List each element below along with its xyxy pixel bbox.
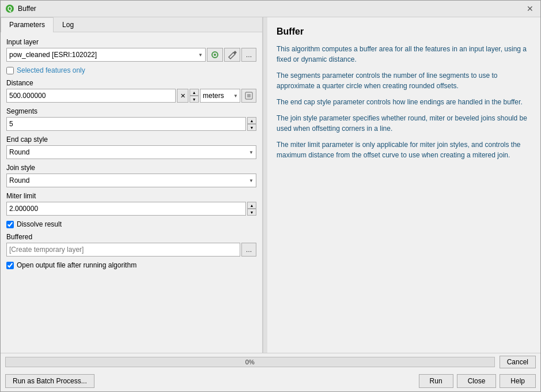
help-para2: The segments parameter controls the numb… (277, 70, 531, 91)
window-title: Buffer (18, 5, 36, 13)
buffered-options-button[interactable]: … (241, 243, 256, 257)
progress-row: 0% Cancel (1, 353, 540, 371)
segments-group: Segments ▲ ▼ (6, 107, 256, 131)
dissolve-row: Dissolve result (6, 220, 256, 228)
end-cap-group: End cap style Round Flat Square (6, 135, 256, 159)
action-row: Run as Batch Process... Run Close Help (1, 371, 540, 391)
selected-features-label: Selected features only (17, 66, 85, 74)
miter-limit-row: ▲ ▼ (6, 202, 256, 216)
app-icon: Q (5, 4, 14, 13)
segments-spinners: ▲ ▼ (247, 117, 256, 131)
run-button[interactable]: Run (419, 374, 453, 388)
segments-input[interactable] (6, 117, 246, 131)
help-para5: The miter limit parameter is only applic… (277, 140, 531, 160)
distance-options-button[interactable] (241, 89, 256, 103)
end-cap-label: End cap style (6, 135, 256, 144)
buffered-row: … (6, 243, 256, 257)
edit-layer-button[interactable] (224, 48, 240, 62)
tab-log[interactable]: Log (54, 17, 82, 32)
parameters-panel: Input layer pow_cleaned [ESRI:102022] (1, 32, 262, 353)
end-cap-select[interactable]: Round Flat Square (6, 145, 256, 159)
progress-label: 0% (6, 357, 494, 367)
buffered-label: Buffered (6, 233, 256, 241)
svg-point-3 (214, 54, 216, 56)
selected-features-checkbox[interactable] (6, 67, 14, 74)
help-title: Buffer (277, 27, 531, 37)
open-output-label: Open output file after running algorithm (17, 261, 137, 269)
distance-row: 500.000000 ✕ ▲ ▼ meters kilometers feet … (6, 89, 256, 103)
dissolve-label: Dissolve result (17, 220, 62, 228)
distance-spinners: ▲ ▼ (190, 89, 199, 103)
close-button-footer[interactable]: Close (457, 374, 497, 388)
selected-features-row: Selected features only (6, 66, 256, 74)
miter-limit-spinners: ▲ ▼ (247, 202, 256, 216)
select-layer-button[interactable] (207, 48, 223, 62)
action-buttons: Run Close Help (419, 374, 536, 388)
help-para3: The end cap style parameter controls how… (277, 97, 531, 107)
help-para1: This algorithm computes a buffer area fo… (277, 44, 531, 65)
input-layer-select-wrapper: pow_cleaned [ESRI:102022] (6, 48, 206, 62)
cancel-button[interactable]: Cancel (500, 356, 536, 368)
join-style-select[interactable]: Round Miter Bevel (6, 174, 256, 187)
input-layer-label: Input layer (6, 38, 256, 46)
unit-select-wrapper: meters kilometers feet miles (200, 89, 240, 103)
join-style-group: Join style Round Miter Bevel (6, 164, 256, 187)
distance-clear-button[interactable]: ✕ (177, 89, 188, 103)
miter-limit-group: Miter limit ▲ ▼ (6, 192, 256, 216)
buffered-input[interactable] (6, 243, 240, 257)
svg-text:Q: Q (7, 6, 12, 12)
titlebar-left: Q Buffer (5, 4, 36, 13)
buffer-window: Q Buffer ✕ Parameters Log Input layer (0, 0, 541, 392)
miter-limit-label: Miter limit (6, 192, 256, 200)
close-button[interactable]: ✕ (524, 5, 536, 13)
content-area: Parameters Log Input layer pow_cleaned [… (1, 17, 540, 353)
progress-bar-container: 0% (5, 357, 495, 367)
more-options-button[interactable]: … (241, 48, 256, 62)
help-para4: The join style parameter specifies wheth… (277, 113, 531, 134)
batch-process-button[interactable]: Run as Batch Process... (5, 374, 94, 388)
join-style-label: Join style (6, 164, 256, 172)
open-output-checkbox[interactable] (6, 262, 14, 269)
dissolve-checkbox[interactable] (6, 221, 14, 228)
segments-down-button[interactable]: ▼ (247, 124, 256, 131)
miter-limit-up-button[interactable]: ▲ (247, 202, 256, 209)
input-layer-select[interactable]: pow_cleaned [ESRI:102022] (6, 48, 206, 62)
segments-label: Segments (6, 107, 256, 115)
distance-down-button[interactable]: ▼ (190, 96, 199, 103)
panel-splitter[interactable] (263, 17, 267, 353)
tab-parameters[interactable]: Parameters (1, 17, 54, 32)
right-panel: Buffer This algorithm computes a buffer … (267, 17, 540, 353)
miter-limit-down-button[interactable]: ▼ (247, 209, 256, 216)
end-cap-select-wrapper: Round Flat Square (6, 145, 256, 159)
titlebar: Q Buffer ✕ (1, 1, 540, 17)
unit-select[interactable]: meters kilometers feet miles (200, 89, 240, 103)
help-button[interactable]: Help (500, 374, 536, 388)
input-layer-group: Input layer pow_cleaned [ESRI:102022] (6, 38, 256, 62)
open-output-row: Open output file after running algorithm (6, 261, 256, 269)
distance-input[interactable]: 500.000000 (6, 89, 176, 103)
segments-up-button[interactable]: ▲ (247, 117, 256, 124)
distance-label: Distance (6, 79, 256, 87)
segments-row: ▲ ▼ (6, 117, 256, 131)
miter-limit-input[interactable] (6, 202, 246, 216)
buffered-group: Buffered … (6, 233, 256, 257)
join-style-select-wrapper: Round Miter Bevel (6, 174, 256, 187)
tab-bar: Parameters Log (1, 17, 262, 32)
input-layer-row: pow_cleaned [ESRI:102022] … (6, 48, 256, 62)
distance-group: Distance 500.000000 ✕ ▲ ▼ meters kilomet… (6, 79, 256, 103)
distance-up-button[interactable]: ▲ (190, 89, 199, 96)
left-panel: Parameters Log Input layer pow_cleaned [… (1, 17, 263, 353)
bottom-bar: 0% Cancel Run as Batch Process... Run Cl… (1, 353, 540, 391)
